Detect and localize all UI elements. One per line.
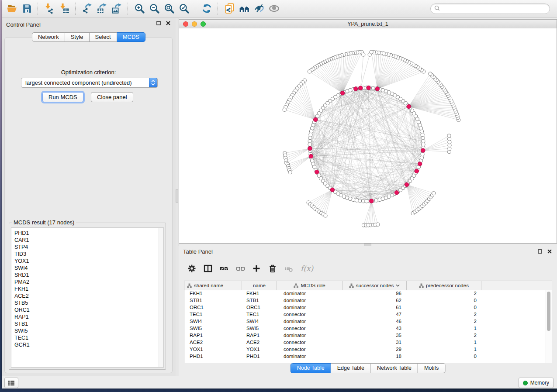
network-node[interactable] [324,214,327,217]
mcds-result-item[interactable]: TEC1 [11,334,163,341]
network-node[interactable] [432,192,436,195]
mcds-result-item[interactable]: STP4 [11,244,163,251]
network-node[interactable] [370,199,374,203]
select-all-rows-button[interactable] [220,264,228,273]
network-node[interactable] [370,50,373,54]
network-node[interactable] [309,130,313,133]
network-node[interactable] [288,171,292,174]
tab-style[interactable]: Style [65,32,90,42]
run-mcds-button[interactable]: Run MCDS [42,92,83,102]
network-node[interactable] [367,86,370,89]
mcds-result-item[interactable]: TID3 [11,251,163,258]
network-node[interactable] [371,86,375,90]
export-image-button[interactable] [109,1,124,16]
float-table-panel-icon[interactable] [538,249,542,254]
network-node[interactable] [421,153,424,156]
network-node[interactable] [420,156,423,159]
zoom-in-button[interactable] [132,1,147,16]
mcds-result-item[interactable]: YOX1 [11,258,163,265]
close-panel-icon[interactable] [166,21,170,25]
network-node[interactable] [418,162,422,166]
mcds-result-item[interactable]: PHD1 [11,230,163,237]
network-window-titlebar[interactable]: YPA_prune.txt_1 [179,20,557,29]
close-panel-button[interactable]: Close panel [91,92,133,102]
new-network-from-selection-button[interactable] [222,1,237,16]
table-row-YOX1[interactable]: YOX1YOX1connector291 [184,346,546,353]
network-node[interactable] [407,104,411,108]
memory-button[interactable]: Memory [519,378,554,388]
table-scrollbar[interactable] [546,290,552,363]
network-node[interactable] [283,108,286,111]
network-node[interactable] [308,136,312,140]
network-node[interactable] [415,169,419,173]
import-table-button[interactable] [57,1,72,16]
network-node[interactable] [421,133,424,136]
table-row-TEC1[interactable]: TEC1TEC1connector472 [184,311,546,318]
mcds-result-item[interactable]: STB1 [11,320,163,327]
export-network-button[interactable] [80,1,94,16]
network-node[interactable] [375,87,379,91]
network-node[interactable] [422,143,425,146]
search-input[interactable] [442,5,550,12]
deselect-all-rows-button[interactable] [236,264,245,273]
mcds-result-item[interactable]: GCR1 [11,341,163,348]
show-all-button[interactable] [266,1,281,16]
zoom-selected-button[interactable] [176,1,191,16]
network-node[interactable] [376,223,380,226]
column-header-MCDS-role[interactable]: MCDS role [277,281,343,290]
table-row-SWI4[interactable]: SWI4SWI4dominator462 [184,318,546,325]
zoom-fit-button[interactable] [162,1,176,16]
table-scrollbar-thumb[interactable] [547,292,550,331]
network-node[interactable] [330,188,334,192]
network-node[interactable] [358,199,362,203]
mcds-result-item[interactable]: CAR1 [11,237,163,244]
column-header-shared-name[interactable]: shared name [184,281,242,290]
zoom-out-button[interactable] [147,1,162,16]
table-row-STB1[interactable]: STB1STB1dominator620 [184,297,546,304]
automation-panel-button[interactable] [4,378,18,388]
network-node[interactable] [447,134,451,138]
search-box[interactable] [430,3,550,14]
mcds-result-item[interactable]: SRD1 [11,272,163,279]
show-column-panel-button[interactable] [204,264,212,273]
table-row-FKH1[interactable]: FKH1FKH1dominator962 [184,290,546,297]
column-header-name[interactable]: name [242,281,277,290]
criterion-dropdown[interactable]: largest connected component (undirected) [21,78,158,88]
table-settings-button[interactable] [187,264,196,273]
table-row-ORC1[interactable]: ORC1ORC1dominator610 [184,304,546,311]
network-node[interactable] [422,139,425,143]
mcds-result-item[interactable]: RAP1 [11,313,163,320]
delete-column-button[interactable] [268,264,277,273]
network-node[interactable] [421,136,425,140]
network-node[interactable] [355,199,358,202]
network-node[interactable] [352,198,355,201]
close-table-panel-icon[interactable] [547,249,552,254]
first-neighbors-button[interactable] [237,1,252,16]
tab-mcds[interactable]: MCDS [117,32,145,42]
network-node[interactable] [421,148,425,152]
network-node[interactable] [405,182,408,186]
column-header-predecessor-nodes[interactable]: predecessor nodes [407,281,481,290]
mcds-result-item[interactable]: SWI5 [11,327,163,334]
network-node[interactable] [340,91,344,95]
save-session-button[interactable] [19,1,34,16]
network-node[interactable] [308,70,311,73]
network-node[interactable] [354,87,358,91]
tab-network-table[interactable]: Network Table [371,363,418,373]
tab-select[interactable]: Select [90,32,117,42]
apply-layout-button[interactable] [199,1,214,16]
tab-edge-table[interactable]: Edge Table [331,363,371,373]
table-row-PHD1[interactable]: PHD1PHD1dominator180 [184,353,546,360]
mcds-result-item[interactable]: PMA2 [11,279,163,285]
network-node[interactable] [309,154,313,158]
mcds-result-item[interactable]: FKH1 [11,285,163,292]
export-table-button[interactable] [94,1,109,16]
tab-node-table[interactable]: Node Table [291,363,331,373]
network-node[interactable] [429,72,432,76]
network-node[interactable] [309,133,312,136]
network-node[interactable] [308,139,311,143]
column-header-successor-nodes[interactable]: successor nodes [343,281,407,290]
network-node[interactable] [315,170,319,174]
mcds-result-list[interactable]: PHD1CAR1STP4TID3YOX1SWI4SRD1PMA2FKH1ACE2… [11,227,164,368]
tab-motifs[interactable]: Motifs [418,363,445,373]
